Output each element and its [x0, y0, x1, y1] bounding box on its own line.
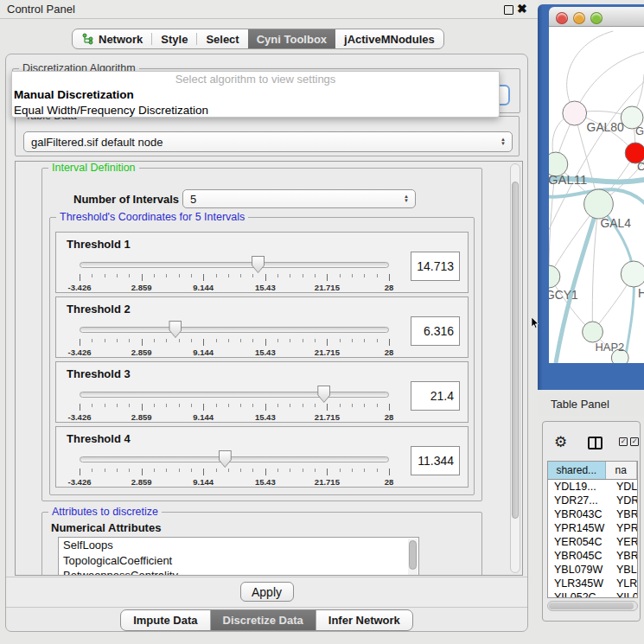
threshold-value-field[interactable]: 21.4 — [411, 381, 460, 411]
table-hscrollbar[interactable] — [547, 601, 638, 611]
threshold-value-field[interactable]: 11.344 — [411, 446, 460, 475]
threshold-panel-threshold-3: Threshold 3-3.4262.8599.14415.4321.71528… — [55, 361, 469, 423]
list-item-betweennesscentrality[interactable]: BetweennessCentrality — [59, 568, 418, 576]
network-node-hap2[interactable] — [583, 322, 603, 342]
slider-thumb[interactable] — [317, 386, 330, 403]
slider-thumb[interactable] — [219, 450, 232, 468]
table-cell: YLR3 — [611, 577, 637, 590]
list-item-selfloops[interactable]: SelfLoops — [59, 538, 418, 553]
tab-label: Infer Network — [328, 614, 400, 627]
tab-select[interactable]: Select — [197, 29, 247, 48]
network-node-label: H — [638, 286, 644, 300]
table-row[interactable]: YDL19...YDL1 — [548, 480, 637, 494]
tab-jactivemnodules[interactable]: jActiveMNodules — [335, 29, 443, 48]
apply-button[interactable]: Apply — [240, 582, 294, 602]
tab-impute-data[interactable]: Impute Data — [121, 610, 209, 630]
column-header-shared[interactable]: shared... — [548, 462, 606, 479]
slider-thumb[interactable] — [252, 256, 265, 273]
threshold-label: Threshold 1 — [67, 238, 131, 251]
network-node-gcy1[interactable] — [549, 265, 560, 288]
tab-label: Discretize Data — [223, 614, 303, 627]
slider-tick-labels: -3.4262.8599.14415.4321.71528 — [80, 348, 389, 357]
algorithm-dropdown-popup: Select algorithm to view settings Manual… — [11, 71, 500, 118]
tab-label: Cyni Toolbox — [257, 33, 327, 46]
float-window-icon[interactable] — [504, 5, 513, 15]
tab-discretize-data[interactable]: Discretize Data — [210, 610, 316, 630]
network-node-gal80[interactable] — [563, 101, 587, 125]
table-row[interactable]: YLR345WYLR3 — [548, 577, 637, 590]
window-title: Control Panel — [7, 3, 75, 16]
slider-thumb[interactable] — [169, 321, 182, 338]
table-cell: YER054C — [548, 535, 611, 549]
list-item-topologicalcoefficient[interactable]: TopologicalCoefficient — [59, 553, 418, 569]
tab-cyni-toolbox[interactable]: Cyni Toolbox — [248, 29, 335, 48]
attribute-items: SelfLoopsTopologicalCoefficientBetweenne… — [59, 538, 418, 576]
network-node-h[interactable] — [621, 261, 644, 287]
network-node-label: GAL80 — [587, 120, 624, 134]
attributes-title: Attributes to discretize — [48, 506, 162, 518]
column-layout-icon[interactable] — [588, 437, 603, 450]
checkbox-icon[interactable]: ✓ — [630, 437, 639, 446]
table-row[interactable]: YBR045CYBR0 — [548, 549, 637, 563]
table-data-combo[interactable]: galFiltered.sif default node ▲▼ — [23, 131, 513, 152]
threshold-label: Threshold 3 — [67, 367, 131, 380]
table-row[interactable]: YBL079WYBL0 — [548, 563, 637, 577]
zoom-traffic-light-icon[interactable] — [590, 12, 603, 24]
dropdown-option-equal-width-frequency[interactable]: Equal Width/Frequency Discretization — [12, 103, 499, 118]
table-panel-header: Table Panel — [538, 393, 644, 416]
slider-tick-labels: -3.4262.8599.14415.4321.71528 — [80, 283, 389, 292]
tab-style[interactable]: Style — [152, 29, 196, 48]
slider-track[interactable] — [80, 392, 389, 398]
table-panel-toolbar: ⚙ ✓ ✓ — [543, 422, 640, 461]
number-of-intervals-value: 5 — [190, 193, 196, 206]
tab-infer-network[interactable]: Infer Network — [316, 610, 412, 630]
slider-track[interactable] — [80, 456, 389, 462]
close-icon[interactable]: ✖ — [517, 2, 527, 16]
slider-ticks — [80, 469, 389, 476]
close-traffic-light-icon[interactable] — [556, 12, 568, 24]
table-cell: YIL052C — [548, 590, 611, 598]
tab-label: Style — [161, 33, 188, 46]
table-row[interactable]: YBR043CYBR0 — [548, 507, 637, 521]
network-view-window: GAL80G.CGAL11GAL4GCY1HHAP2 — [538, 4, 644, 390]
table-cell: YDR27... — [548, 494, 611, 507]
network-canvas[interactable]: GAL80G.CGAL11GAL4GCY1HHAP2 — [549, 27, 644, 363]
threshold-label: Threshold 4 — [67, 432, 131, 445]
tab-network[interactable]: Network — [73, 29, 151, 48]
table-cell: YPR145W — [548, 521, 611, 535]
slider-ticks — [80, 274, 389, 282]
table-row[interactable]: YPR145WYPR1 — [548, 521, 637, 535]
network-node-gal4[interactable] — [584, 189, 614, 219]
thresholds-container: Threshold 1-3.4262.8599.14415.4321.71528… — [50, 232, 474, 488]
interval-definition-section: Interval Definition Number of Intervals … — [41, 168, 482, 501]
slider-track[interactable] — [80, 262, 389, 268]
settings-scrollbar[interactable] — [510, 163, 520, 573]
gear-icon[interactable]: ⚙ — [554, 435, 567, 450]
table-row[interactable]: YER054CYER0 — [548, 535, 637, 549]
threshold-slider[interactable]: -3.4262.8599.14415.4321.71528 — [80, 320, 389, 358]
threshold-value-field[interactable]: 6.316 — [411, 316, 460, 346]
apply-row: Apply — [6, 577, 527, 606]
table-row[interactable]: YDR27...YDR2 — [548, 494, 637, 507]
table-row[interactable]: YIL052CYIL0 — [548, 590, 637, 598]
threshold-slider[interactable]: -3.4262.8599.14415.4321.71528 — [80, 385, 389, 423]
column-header-na[interactable]: na — [606, 462, 637, 479]
slider-track[interactable] — [80, 327, 389, 333]
threshold-panel-threshold-4: Threshold 4-3.4262.8599.14415.4321.71528… — [55, 426, 469, 488]
threshold-slider[interactable]: -3.4262.8599.14415.4321.71528 — [80, 255, 389, 293]
table-cell: YDR2 — [611, 494, 637, 507]
checkbox-icon[interactable]: ✓ — [619, 437, 628, 446]
network-edge[interactable] — [575, 51, 644, 113]
table-cell: YBL0 — [611, 563, 637, 577]
threshold-slider[interactable]: -3.4262.8599.14415.4321.71528 — [80, 450, 389, 488]
minimize-traffic-light-icon[interactable] — [573, 12, 585, 24]
number-of-intervals-combo[interactable]: 5 ▲▼ — [182, 189, 416, 208]
table-cell: YBL079W — [548, 563, 611, 577]
numerical-attributes-list[interactable]: SelfLoopsTopologicalCoefficientBetweenne… — [58, 537, 419, 576]
cyni-toolbox-panel: Discretization Algorithm Table Data galF… — [5, 54, 528, 632]
dropdown-option-manual-discretization[interactable]: Manual Discretization — [12, 87, 499, 103]
table-cell: YER0 — [611, 535, 637, 549]
settings-scroll-pane: Interval Definition Number of Intervals … — [15, 161, 523, 576]
threshold-value-field[interactable]: 14.713 — [411, 252, 460, 281]
attributes-scrollbar[interactable] — [408, 539, 418, 576]
